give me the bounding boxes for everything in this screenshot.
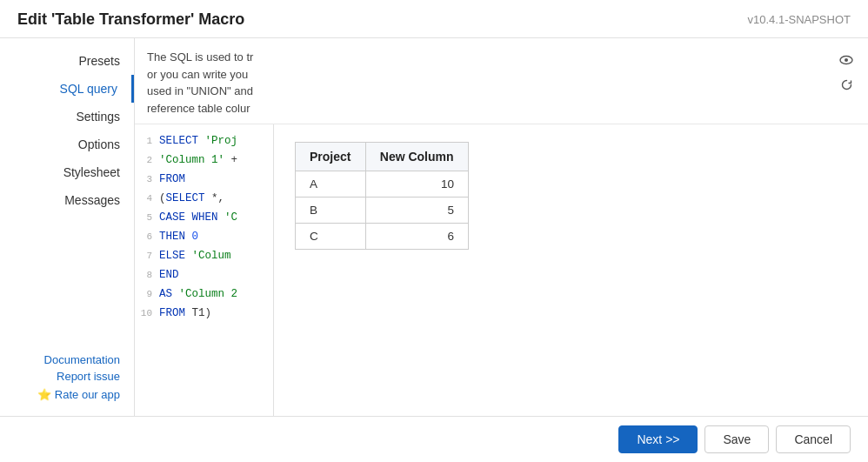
sidebar-item-presets[interactable]: Presets (0, 47, 134, 75)
preview-area: Project New Column A 10 B 5 (274, 124, 868, 416)
svg-point-1 (845, 58, 848, 62)
code-line-2: 2 'Column 1' + (135, 151, 273, 170)
report-issue-link[interactable]: Report issue (17, 370, 120, 383)
code-line-8: 8 END (135, 265, 273, 285)
sidebar-item-messages[interactable]: Messages (0, 186, 134, 214)
save-button[interactable]: Save (704, 425, 769, 453)
description-icons (837, 49, 856, 94)
sidebar-links: Documentation Report issue ⭐ Rate our ap… (0, 343, 134, 416)
col-header-project: Project (296, 143, 366, 171)
code-line-3: 3 FROM (135, 170, 273, 189)
code-line-5: 5 CASE WHEN 'C (135, 208, 273, 227)
description-text: The SQL is used to tror you can write yo… (147, 49, 830, 117)
sql-editor[interactable]: 1 SELECT 'Proj 2 'Column 1' + 3 FROM 4 (… (135, 124, 274, 416)
code-line-4: 4 (SELECT *, (135, 189, 273, 208)
rate-app-link[interactable]: ⭐ Rate our app (37, 388, 120, 401)
version-label: v10.4.1-SNAPSHOT (748, 13, 851, 26)
description-bar: The SQL is used to tror you can write yo… (135, 38, 868, 124)
preview-icon[interactable] (837, 50, 856, 70)
next-button[interactable]: Next >> (618, 425, 698, 453)
cell-value-c: 6 (365, 224, 468, 250)
code-line-6: 6 THEN 0 (135, 227, 273, 246)
code-line-10: 10 FROM T1) (135, 304, 273, 323)
sidebar-item-stylesheet[interactable]: Stylesheet (0, 158, 134, 186)
footer: Next >> Save Cancel (0, 416, 868, 462)
documentation-link[interactable]: Documentation (17, 353, 120, 366)
cell-value-b: 5 (365, 198, 468, 224)
code-line-9: 9 AS 'Column 2 (135, 285, 273, 304)
cell-project-c: C (296, 224, 366, 250)
sidebar: Presets SQL query Settings Options Style… (0, 38, 135, 416)
col-header-new-column: New Column (365, 143, 468, 171)
sidebar-item-sql-query[interactable]: SQL query (0, 75, 134, 103)
page-title: Edit 'Table Transformer' Macro (17, 10, 244, 29)
table-row: A 10 (296, 171, 469, 198)
content-area: The SQL is used to tror you can write yo… (135, 38, 868, 416)
refresh-icon[interactable] (837, 75, 856, 94)
header: Edit 'Table Transformer' Macro v10.4.1-S… (0, 0, 868, 38)
editor-preview: 1 SELECT 'Proj 2 'Column 1' + 3 FROM 4 (… (135, 124, 868, 416)
sidebar-item-settings[interactable]: Settings (0, 103, 134, 131)
cell-value-a: 10 (365, 171, 468, 198)
cancel-button[interactable]: Cancel (776, 425, 851, 453)
cell-project-a: A (296, 171, 366, 198)
sidebar-item-options[interactable]: Options (0, 131, 134, 158)
result-table: Project New Column A 10 B 5 (295, 142, 469, 250)
table-row: B 5 (296, 198, 469, 224)
code-line-7: 7 ELSE 'Colum (135, 246, 273, 265)
table-row: C 6 (296, 224, 469, 250)
code-line-1: 1 SELECT 'Proj (135, 131, 273, 151)
main-layout: Presets SQL query Settings Options Style… (0, 38, 868, 416)
cell-project-b: B (296, 198, 366, 224)
